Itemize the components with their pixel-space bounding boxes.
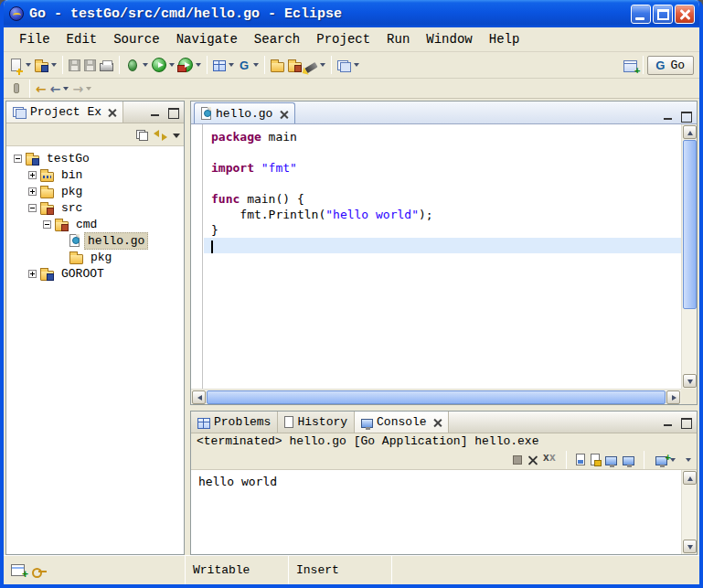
pin-editor-button[interactable] (7, 78, 26, 100)
tree-item-testGo[interactable]: testGo (6, 150, 184, 166)
menu-project[interactable]: Project (308, 30, 378, 48)
code-line[interactable]: func main() { (204, 191, 681, 207)
close-icon[interactable] (108, 108, 116, 116)
tree-item-pkg[interactable]: pkg (6, 183, 184, 199)
editor-maximize-button[interactable] (677, 109, 694, 123)
new-wizard-button[interactable] (7, 54, 33, 76)
tree-item-src[interactable]: src (6, 199, 184, 216)
open-console-button[interactable] (654, 449, 677, 471)
scroll-right-button[interactable] (666, 390, 680, 404)
collapse-icon[interactable] (43, 220, 51, 229)
view-menu-button[interactable] (173, 134, 180, 138)
title-bar[interactable]: Go - testGo/src/cmd/hello.go - Eclipse (4, 0, 699, 27)
scrollbar-thumb[interactable] (207, 390, 666, 404)
scroll-up-button[interactable] (683, 125, 697, 139)
go-element-button[interactable]: G (236, 54, 261, 76)
scroll-down-button[interactable] (683, 374, 697, 388)
annotation-ruler[interactable] (191, 124, 203, 389)
debug-button[interactable] (123, 54, 150, 76)
collapse-icon[interactable] (14, 155, 22, 163)
pin-console-button[interactable] (605, 456, 617, 465)
explorer-maximize-button[interactable] (165, 105, 181, 120)
print-button[interactable] (98, 54, 115, 76)
code-line[interactable]: fmt.Println("hello world"); (204, 207, 681, 222)
menu-window[interactable]: Window (418, 30, 480, 48)
open-view-button[interactable] (336, 54, 361, 76)
collapse-all-button[interactable] (136, 129, 148, 141)
scroll-down-button[interactable] (683, 540, 697, 553)
tab-hello-go[interactable]: hello.go (194, 102, 295, 123)
editor-horizontal-scrollbar[interactable] (191, 389, 681, 404)
save-all-button[interactable] (82, 54, 98, 76)
new-element-icon (35, 62, 48, 72)
tree-item-goroot[interactable]: GOROOT (6, 265, 184, 282)
secure-storage-icon[interactable] (32, 568, 47, 575)
code-line[interactable]: import "fmt" (204, 160, 681, 176)
clear-console-button[interactable] (576, 454, 585, 465)
menu-search[interactable]: Search (246, 30, 308, 48)
tree-item-bin[interactable]: bin (6, 166, 184, 183)
open-perspective-button[interactable] (622, 54, 639, 76)
code-content[interactable]: package main import "fmt" func main() { … (204, 124, 681, 389)
code-line[interactable]: package main (204, 129, 681, 144)
open-resource-button[interactable] (286, 54, 304, 76)
new-go-app-button[interactable] (211, 54, 236, 76)
console-view-menu-button[interactable] (686, 458, 691, 462)
code-line[interactable]: } (204, 222, 681, 238)
tree-item-src-pkg[interactable]: pkg (6, 249, 184, 265)
expand-icon[interactable] (28, 171, 37, 179)
code-editor[interactable]: package main import "fmt" func main() { … (191, 124, 697, 404)
menu-edit[interactable]: Edit (59, 30, 106, 48)
remove-all-terminated-button[interactable] (543, 454, 557, 465)
explorer-minimize-button[interactable] (147, 105, 164, 120)
scroll-up-button[interactable] (683, 471, 697, 485)
console-maximize-button[interactable] (677, 415, 694, 430)
close-icon[interactable] (280, 110, 288, 118)
forward-button[interactable]: → (70, 78, 93, 100)
menu-run[interactable]: Run (378, 30, 418, 48)
external-tools-button[interactable] (176, 54, 203, 76)
save-button[interactable] (67, 54, 82, 76)
scrollbar-thumb[interactable] (683, 140, 697, 309)
project-icon (26, 155, 39, 166)
open-type-button[interactable] (269, 54, 286, 76)
terminate-button[interactable] (513, 455, 522, 465)
scroll-left-button[interactable] (192, 390, 206, 404)
go-perspective-button[interactable]: G Go (647, 56, 694, 75)
remove-launch-button[interactable] (527, 454, 538, 465)
back-button[interactable]: ← (48, 78, 71, 100)
search-button[interactable] (304, 54, 327, 76)
menu-source[interactable]: Source (105, 30, 167, 48)
tab-console[interactable]: Console (355, 412, 449, 433)
collapse-icon[interactable] (28, 204, 37, 212)
link-with-editor-button[interactable] (154, 129, 167, 141)
current-code-line[interactable] (204, 238, 681, 253)
menu-help[interactable]: Help (481, 30, 528, 48)
tree-item-hello-go[interactable]: hello.go (6, 232, 184, 249)
editor-minimize-button[interactable] (660, 109, 676, 123)
code-line[interactable] (204, 176, 681, 191)
minimize-button[interactable] (631, 5, 651, 24)
console-minimize-button[interactable] (660, 415, 676, 430)
fast-view-button[interactable] (11, 564, 25, 576)
editor-vertical-scrollbar[interactable] (681, 124, 697, 389)
last-edit-location-button[interactable]: ← (34, 78, 48, 100)
close-button[interactable] (675, 5, 695, 24)
expand-icon[interactable] (28, 187, 37, 196)
new-element-button[interactable] (33, 54, 59, 76)
scroll-lock-button[interactable] (591, 454, 600, 465)
tab-history[interactable]: History (278, 412, 355, 433)
code-line[interactable] (204, 144, 681, 160)
console-vertical-scrollbar[interactable] (681, 470, 697, 554)
menu-navigate[interactable]: Navigate (168, 30, 246, 48)
display-selected-console-button[interactable] (623, 456, 634, 465)
console-output[interactable]: hello world (191, 470, 697, 554)
maximize-button[interactable] (653, 5, 673, 24)
run-button[interactable] (150, 54, 176, 76)
tab-project-explorer[interactable]: Project Ex (6, 102, 123, 123)
close-icon[interactable] (433, 418, 442, 426)
menu-file[interactable]: File (11, 30, 59, 48)
tab-problems[interactable]: Problems (191, 412, 278, 433)
expand-icon[interactable] (28, 270, 37, 278)
tree-item-cmd[interactable]: cmd (6, 216, 184, 232)
